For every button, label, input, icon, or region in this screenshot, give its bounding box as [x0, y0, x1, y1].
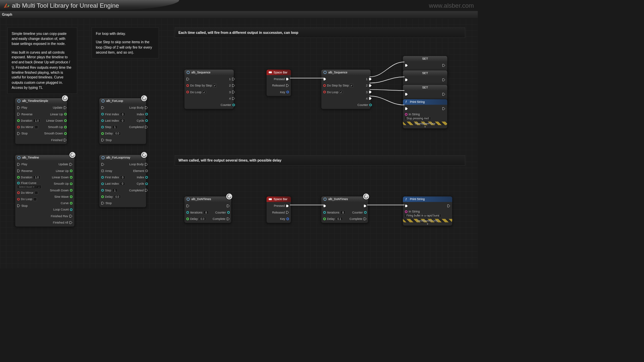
pin-in-string[interactable]: In StringStop pressing me!!	[403, 113, 433, 120]
pin-smooth-up[interactable]: Smooth Up	[52, 181, 74, 186]
pin-sine-wave[interactable]: Sine Wave	[52, 194, 74, 199]
node-dontimes-1[interactable]: alb_DoNTimes Iterations8 Delay0.0 Counte…	[184, 196, 231, 223]
pin-update[interactable]: Update	[57, 162, 74, 167]
pin-counter[interactable]: Counter	[219, 103, 237, 108]
pin-cycle[interactable]: Cycle	[135, 118, 150, 123]
pin-linear-up[interactable]: Linear Up	[48, 112, 69, 117]
pin-first-index[interactable]: First Index0	[99, 112, 127, 117]
pin-exec-out[interactable]	[440, 106, 447, 111]
node-timeline[interactable]: alb_Timeline Play Reverse Duration1.0 Fl…	[15, 155, 75, 227]
pin-exec-in[interactable]	[403, 106, 410, 111]
pin-counter[interactable]: Counter	[356, 103, 374, 108]
pin-doloop[interactable]: Do Loop✓	[321, 89, 345, 95]
pin-step[interactable]: Step1	[99, 188, 119, 193]
pin-loop-body[interactable]: Loop Body	[127, 162, 150, 167]
pin-first-index[interactable]: First Index0	[99, 175, 127, 180]
pin-exec-in[interactable]	[403, 63, 410, 68]
pin-delay[interactable]: Delay0.1	[321, 217, 345, 222]
pin-reverse[interactable]: Reverse	[15, 168, 35, 173]
pin-update[interactable]: Update	[51, 105, 69, 110]
node-spacebar-1[interactable]: Space Bar Pressed Released Key	[266, 69, 291, 96]
pin-complete[interactable]: Complete	[211, 217, 232, 222]
pin-finished[interactable]: Finished	[49, 137, 69, 142]
pin-last-index[interactable]: Last Index0	[99, 118, 127, 123]
asset-picker[interactable]: Select Asset ▾ ← ⌕	[17, 185, 41, 189]
node-sequence-2[interactable]: alb_Sequence Do Step by Step✓ Do Loop✓ 1…	[321, 69, 371, 109]
pin-exec-out[interactable]	[440, 63, 447, 68]
pin-released[interactable]: Released	[270, 210, 291, 215]
pin-delay[interactable]: Delay0.0	[99, 194, 123, 199]
node-timeline-simple[interactable]: alb_TimelineSimple Play Reverse Duration…	[15, 98, 67, 144]
pin-play[interactable]: Play	[15, 105, 29, 110]
pin-out-1[interactable]: 1	[364, 77, 374, 82]
pin-play[interactable]: Play	[15, 162, 29, 167]
node-print-string-1[interactable]: fPrint String In StringStop pressing me!…	[403, 99, 448, 128]
pin-finished-all[interactable]: Finished All	[51, 220, 74, 225]
pin-complete[interactable]: Complete	[347, 217, 369, 222]
pin-stop[interactable]: Stop	[99, 137, 114, 142]
pin-out-3[interactable]: 3	[227, 89, 237, 95]
pin-reverse[interactable]: Reverse	[15, 112, 35, 117]
pin-do-loop[interactable]: Do Loop	[15, 197, 39, 202]
pin-out-1[interactable]: 1	[227, 77, 237, 82]
pin-released[interactable]: Released	[270, 83, 291, 88]
pin-exec-out[interactable]	[440, 92, 447, 97]
pin-exec-out[interactable]	[225, 203, 232, 208]
pin-exec-in[interactable]	[403, 92, 410, 97]
pin-out-2[interactable]: 2	[227, 83, 237, 88]
pin-array[interactable]: Array	[99, 168, 114, 173]
pin-do-mirror[interactable]: Do Mirror	[15, 190, 40, 195]
pin-out-3[interactable]: 3	[364, 89, 374, 95]
pin-do-mirror[interactable]: Do Mirror	[15, 125, 40, 130]
pin-duration[interactable]: Duration1.0	[15, 118, 42, 123]
pin-out-4[interactable]: 4	[227, 96, 237, 101]
tab-graph[interactable]: Graph	[2, 12, 12, 16]
pin-loop-body[interactable]: Loop Body	[127, 105, 150, 110]
pin-smooth-down[interactable]: Smooth Down	[42, 131, 69, 136]
pin-element[interactable]: Element	[131, 168, 150, 173]
pin-smooth-down[interactable]: Smooth Down	[48, 188, 74, 193]
pin-key[interactable]: Key	[278, 89, 291, 95]
pin-index[interactable]: Index	[135, 175, 150, 180]
pin-counter[interactable]: Counter	[350, 210, 369, 215]
pin-cycle[interactable]: Cycle	[135, 181, 150, 186]
pin-pressed[interactable]: Pressed	[272, 77, 291, 82]
node-header[interactable]: alb_TimelineSimple	[15, 98, 67, 104]
pin-delay[interactable]: Delay0.0	[184, 217, 208, 222]
pin-iterations[interactable]: Iterations8	[184, 210, 211, 215]
pin-out-4[interactable]: 4	[364, 96, 374, 101]
pin-index[interactable]: Index	[135, 112, 150, 117]
pin-linear-down[interactable]: Linear Down	[50, 175, 74, 180]
pin-exec-in[interactable]	[321, 77, 328, 82]
pin-out-2[interactable]: 2	[364, 83, 374, 88]
pin-delay[interactable]: Delay0.0	[99, 131, 123, 136]
pin-exec-in[interactable]	[99, 105, 106, 110]
pin-in-string[interactable]: In StringFiring bullet in a rapid burst	[403, 210, 443, 217]
pin-exec-out[interactable]	[362, 203, 369, 208]
node-sequence-1[interactable]: alb_Sequence Do Step by Step✓ Do Loop✓ 1…	[184, 69, 234, 109]
pin-stop[interactable]: Stop	[15, 131, 30, 136]
pin-exec-in[interactable]	[184, 203, 192, 208]
pin-exec-in[interactable]	[403, 203, 410, 208]
pin-stop[interactable]: Stop	[99, 201, 114, 206]
expand-icon[interactable]: ▼	[403, 222, 452, 226]
pin-stop[interactable]: Stop	[15, 203, 30, 208]
node-print-string-2[interactable]: fPrint String In StringFiring bullet in …	[403, 196, 452, 226]
node-forloop-array[interactable]: alb_ForLoopArray Array First Index0 Last…	[99, 155, 146, 207]
pin-pressed[interactable]: Pressed	[272, 203, 291, 208]
pin-key[interactable]: Key	[278, 217, 291, 222]
pin-completed[interactable]: Completed	[127, 125, 150, 130]
pin-linear-down[interactable]: Linear Down	[44, 118, 69, 123]
pin-completed[interactable]: Completed	[127, 188, 150, 193]
pin-exec-in[interactable]	[403, 77, 410, 82]
pin-counter[interactable]: Counter	[213, 210, 232, 215]
pin-exec-in[interactable]	[99, 162, 106, 167]
pin-iterations[interactable]: Iterations8	[321, 210, 347, 215]
pin-stepbystep[interactable]: Do Step by Step✓	[321, 83, 356, 88]
pin-exec-out[interactable]	[445, 203, 452, 208]
expand-icon[interactable]: ▼	[403, 125, 447, 128]
pin-finished-rev[interactable]: Finished Rev	[49, 214, 74, 219]
pin-smooth-up[interactable]: Smooth Up	[46, 125, 69, 130]
pin-curve[interactable]: Curve	[59, 201, 74, 206]
pin-float-curve[interactable]: Float CurveSelect Asset ▾ ← ⌕	[15, 181, 43, 189]
